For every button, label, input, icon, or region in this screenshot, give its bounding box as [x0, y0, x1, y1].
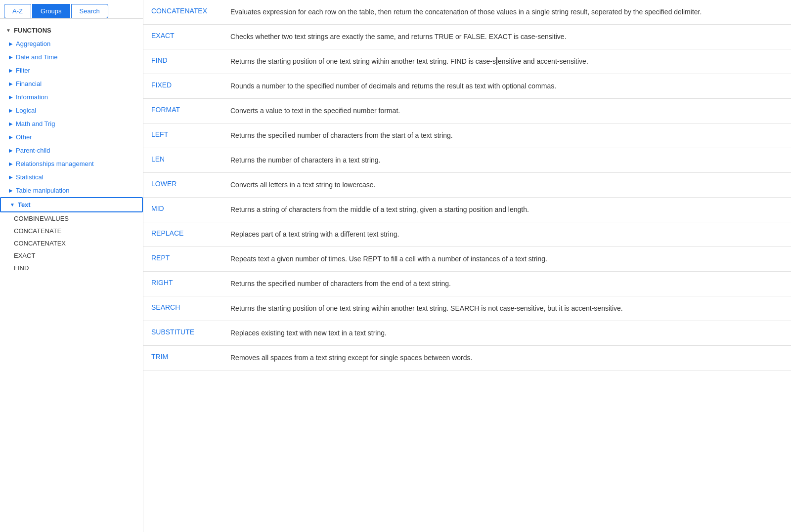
sidebar-item-other[interactable]: ▶ Other [0, 130, 143, 144]
text-label: Text [18, 201, 31, 208]
function-name[interactable]: FIXED [143, 74, 222, 99]
relationships-arrow: ▶ [9, 161, 13, 166]
subitem-exact[interactable]: EXACT [0, 249, 143, 262]
other-label: Other [16, 133, 32, 141]
information-arrow: ▶ [9, 94, 13, 100]
function-description: Removes all spaces from a text string ex… [222, 346, 791, 370]
function-name[interactable]: EXACT [143, 25, 222, 49]
table-row: SEARCHReturns the starting position of o… [143, 296, 791, 321]
table-row: REPTRepeats text a given number of times… [143, 247, 791, 272]
function-description: Returns the specified number of characte… [222, 272, 791, 296]
section-collapse-arrow: ▼ [6, 28, 11, 33]
function-name[interactable]: REPT [143, 247, 222, 272]
function-name[interactable]: FORMAT [143, 99, 222, 123]
financial-label: Financial [16, 80, 42, 87]
function-name[interactable]: MID [143, 198, 222, 222]
table-row: LENReturns the number of characters in a… [143, 148, 791, 173]
filter-label: Filter [16, 67, 30, 74]
sidebar-item-logical[interactable]: ▶ Logical [0, 104, 143, 117]
sidebar-item-information[interactable]: ▶ Information [0, 90, 143, 104]
functions-table: CONCATENATEXEvaluates expression for eac… [143, 0, 791, 370]
financial-arrow: ▶ [9, 81, 13, 86]
function-description: Converts a value to text in the specifie… [222, 99, 791, 123]
table-row: CONCATENATEXEvaluates expression for eac… [143, 0, 791, 25]
function-name[interactable]: LOWER [143, 173, 222, 198]
function-description: Rounds a number to the specified number … [222, 74, 791, 99]
subitem-combinevalues[interactable]: COMBINEVALUES [0, 212, 143, 225]
function-description: Returns the specified number of characte… [222, 123, 791, 148]
mathtrig-label: Math and Trig [16, 120, 55, 127]
aggregation-label: Aggregation [16, 40, 50, 47]
function-description: Converts all letters in a text string to… [222, 173, 791, 198]
function-description: Replaces part of a text string with a di… [222, 222, 791, 247]
subitem-find[interactable]: FIND [0, 262, 143, 274]
function-description: Returns the starting position of one tex… [222, 296, 791, 321]
text-arrow: ▼ [10, 202, 15, 207]
sidebar-item-statistical[interactable]: ▶ Statistical [0, 170, 143, 184]
function-name[interactable]: REPLACE [143, 222, 222, 247]
sidebar-item-datetime[interactable]: ▶ Date and Time [0, 50, 143, 64]
table-row: LOWERConverts all letters in a text stri… [143, 173, 791, 198]
function-description: Returns the starting position of one tex… [222, 49, 791, 74]
sidebar: A-Z Groups Search ▼ FUNCTIONS ▶ Aggregat… [0, 0, 143, 532]
parentchild-label: Parent-child [16, 147, 50, 154]
parentchild-arrow: ▶ [9, 148, 13, 153]
function-description: Returns the number of characters in a te… [222, 148, 791, 173]
function-name[interactable]: TRIM [143, 346, 222, 370]
function-description: Returns a string of characters from the … [222, 198, 791, 222]
datetime-arrow: ▶ [9, 54, 13, 60]
function-description: Replaces existing text with new text in … [222, 321, 791, 346]
function-name[interactable]: RIGHT [143, 272, 222, 296]
sidebar-nav: ▼ FUNCTIONS ▶ Aggregation ▶ Date and Tim… [0, 19, 143, 532]
tab-bar: A-Z Groups Search [0, 0, 143, 19]
statistical-arrow: ▶ [9, 174, 13, 180]
relationships-label: Relationships management [16, 160, 94, 167]
function-name[interactable]: CONCATENATEX [143, 0, 222, 25]
tab-search[interactable]: Search [71, 4, 108, 18]
other-arrow: ▶ [9, 134, 13, 140]
sidebar-item-parentchild[interactable]: ▶ Parent-child [0, 144, 143, 157]
statistical-label: Statistical [16, 173, 44, 181]
datetime-label: Date and Time [16, 53, 58, 61]
tablemanipulation-label: Table manipulation [16, 187, 69, 194]
tab-az[interactable]: A-Z [4, 4, 31, 18]
function-name[interactable]: SEARCH [143, 296, 222, 321]
function-description: Repeats text a given number of times. Us… [222, 247, 791, 272]
function-name[interactable]: LEN [143, 148, 222, 173]
subitem-concatenatex[interactable]: CONCATENATEX [0, 237, 143, 249]
logical-label: Logical [16, 107, 36, 114]
aggregation-arrow: ▶ [9, 41, 13, 46]
sidebar-item-mathtrig[interactable]: ▶ Math and Trig [0, 117, 143, 130]
function-name[interactable]: SUBSTITUTE [143, 321, 222, 346]
information-label: Information [16, 93, 48, 101]
function-name[interactable]: FIND [143, 49, 222, 74]
function-description: Evaluates expression for each row on the… [222, 0, 791, 25]
table-row: FINDReturns the starting position of one… [143, 49, 791, 74]
function-name[interactable]: LEFT [143, 123, 222, 148]
table-row: FIXEDRounds a number to the specified nu… [143, 74, 791, 99]
table-row: RIGHTReturns the specified number of cha… [143, 272, 791, 296]
section-label: FUNCTIONS [14, 27, 51, 34]
table-row: EXACTChecks whether two text strings are… [143, 25, 791, 49]
table-row: FORMATConverts a value to text in the sp… [143, 99, 791, 123]
table-row: LEFTReturns the specified number of char… [143, 123, 791, 148]
function-description: Checks whether two text strings are exac… [222, 25, 791, 49]
functions-section-header[interactable]: ▼ FUNCTIONS [0, 24, 143, 37]
subitem-concatenate[interactable]: CONCATENATE [0, 225, 143, 237]
sidebar-item-relationships[interactable]: ▶ Relationships management [0, 157, 143, 170]
table-row: SUBSTITUTEReplaces existing text with ne… [143, 321, 791, 346]
table-row: REPLACEReplaces part of a text string wi… [143, 222, 791, 247]
sidebar-item-tablemanipulation[interactable]: ▶ Table manipulation [0, 184, 143, 197]
logical-arrow: ▶ [9, 108, 13, 113]
tab-groups[interactable]: Groups [32, 4, 70, 18]
main-content: CONCATENATEXEvaluates expression for eac… [143, 0, 791, 532]
table-row: TRIMRemoves all spaces from a text strin… [143, 346, 791, 370]
sidebar-item-aggregation[interactable]: ▶ Aggregation [0, 37, 143, 50]
table-row: MIDReturns a string of characters from t… [143, 198, 791, 222]
filter-arrow: ▶ [9, 68, 13, 73]
sidebar-item-financial[interactable]: ▶ Financial [0, 77, 143, 90]
sidebar-item-filter[interactable]: ▶ Filter [0, 64, 143, 77]
tablemanipulation-arrow: ▶ [9, 188, 13, 193]
mathtrig-arrow: ▶ [9, 121, 13, 126]
sidebar-item-text[interactable]: ▼ Text [0, 197, 143, 212]
